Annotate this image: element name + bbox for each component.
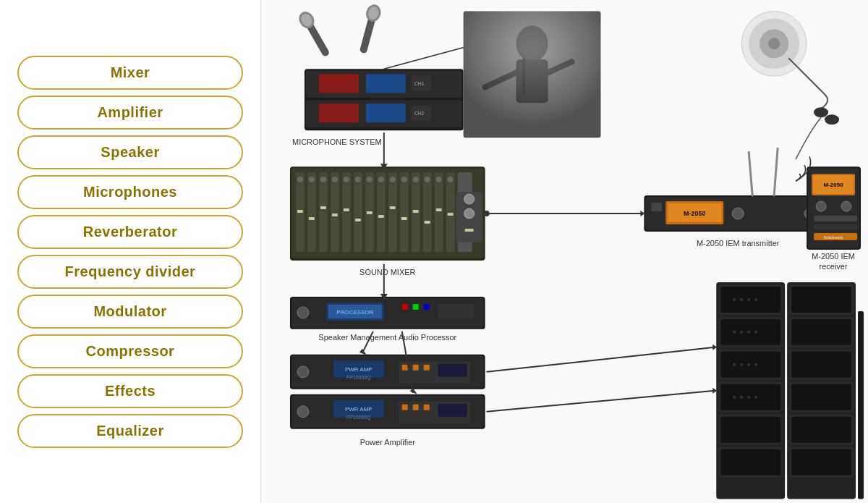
- sidebar-btn-frequency-divider[interactable]: Frequency divider: [17, 255, 243, 289]
- svg-rect-174: [791, 417, 851, 443]
- svg-point-148: [740, 298, 743, 301]
- svg-rect-133: [438, 404, 467, 417]
- sidebar-btn-mixer[interactable]: Mixer: [17, 56, 243, 90]
- svg-rect-42: [388, 172, 397, 252]
- speaker-mgmt-label: Speaker Management Audio Processor: [318, 333, 456, 342]
- svg-rect-110: [424, 304, 430, 310]
- svg-rect-5: [366, 74, 406, 93]
- svg-point-117: [297, 366, 309, 378]
- svg-point-160: [740, 396, 743, 399]
- svg-point-151: [733, 331, 736, 334]
- svg-point-51: [320, 177, 326, 182]
- svg-point-149: [747, 298, 750, 301]
- svg-rect-76: [448, 213, 454, 216]
- sound-mixer-label: SOUND MIXER: [359, 268, 415, 276]
- svg-rect-130: [402, 405, 408, 410]
- svg-rect-141: [720, 287, 780, 313]
- svg-point-156: [740, 363, 743, 366]
- svg-rect-45: [423, 172, 432, 252]
- svg-point-152: [740, 331, 743, 334]
- svg-rect-47: [446, 172, 455, 252]
- svg-text:PWR AMP: PWR AMP: [345, 366, 373, 373]
- sidebar-btn-amplifier[interactable]: Amplifier: [17, 96, 243, 130]
- svg-point-79: [464, 208, 475, 219]
- svg-rect-67: [344, 208, 349, 211]
- svg-rect-171: [791, 319, 851, 345]
- svg-point-107: [297, 307, 309, 318]
- svg-rect-37: [331, 172, 339, 252]
- sidebar-btn-microphones[interactable]: Microphones: [17, 175, 243, 209]
- svg-point-60: [425, 177, 430, 182]
- svg-rect-63: [297, 210, 303, 213]
- svg-rect-64: [309, 217, 315, 220]
- sidebar-btn-effects[interactable]: Effects: [17, 374, 243, 408]
- main-diagram: CH1 CH2 MICROPHONE SYSTEM: [260, 0, 868, 503]
- svg-point-153: [747, 331, 750, 334]
- sidebar: MixerAmplifierSpeakerMicrophonesReverber…: [0, 0, 260, 503]
- svg-rect-145: [720, 417, 780, 443]
- svg-rect-122: [438, 364, 467, 377]
- sidebar-btn-equalizer[interactable]: Equalizer: [17, 414, 243, 448]
- svg-rect-72: [401, 217, 407, 220]
- svg-rect-39: [354, 172, 362, 252]
- svg-rect-132: [424, 405, 430, 410]
- svg-point-96: [816, 201, 826, 211]
- svg-point-162: [754, 396, 757, 399]
- svg-text:M-2050: M-2050: [824, 182, 844, 188]
- svg-rect-146: [720, 449, 780, 475]
- svg-point-55: [367, 177, 373, 182]
- svg-rect-144: [720, 384, 780, 410]
- svg-rect-170: [791, 287, 851, 313]
- svg-rect-120: [413, 365, 419, 371]
- svg-rect-173: [791, 384, 851, 410]
- svg-point-97: [841, 201, 851, 211]
- svg-rect-43: [400, 172, 409, 252]
- svg-point-52: [332, 177, 338, 182]
- svg-point-159: [733, 396, 736, 399]
- svg-rect-98: [814, 216, 857, 221]
- svg-rect-99: [814, 224, 857, 230]
- iem-receiver-label: M-2050 IEM: [812, 252, 855, 261]
- svg-rect-109: [413, 304, 419, 310]
- sidebar-btn-speaker[interactable]: Speaker: [17, 135, 243, 169]
- svg-rect-9: [366, 103, 406, 122]
- svg-point-53: [344, 177, 349, 182]
- sidebar-btn-reverberator[interactable]: Reverberator: [17, 215, 243, 249]
- svg-rect-80: [465, 229, 474, 232]
- svg-point-49: [297, 177, 303, 182]
- svg-rect-71: [390, 206, 396, 209]
- power-amp-label: Power Amplifier: [360, 438, 416, 447]
- svg-rect-175: [791, 449, 851, 475]
- sidebar-btn-compressor[interactable]: Compressor: [17, 334, 243, 368]
- svg-text:FP10000Q: FP10000Q: [346, 415, 371, 420]
- svg-rect-69: [367, 211, 373, 214]
- svg-rect-38: [342, 172, 351, 252]
- svg-rect-131: [413, 405, 419, 410]
- svg-rect-108: [402, 304, 408, 310]
- svg-text:PWR AMP: PWR AMP: [345, 406, 373, 413]
- sidebar-btn-modulator[interactable]: Modulator: [17, 295, 243, 329]
- svg-point-154: [754, 331, 757, 334]
- svg-point-56: [378, 177, 384, 182]
- svg-rect-142: [720, 319, 780, 345]
- svg-rect-75: [436, 208, 442, 211]
- svg-point-59: [413, 177, 419, 182]
- svg-point-62: [448, 177, 454, 182]
- svg-text:M-2050: M-2050: [684, 210, 705, 217]
- iem-transmitter-label: M-2050 IEM transmitter: [697, 239, 780, 248]
- svg-rect-35: [307, 172, 316, 252]
- svg-point-58: [401, 177, 407, 182]
- svg-rect-119: [402, 365, 408, 371]
- svg-point-157: [747, 363, 750, 366]
- svg-rect-66: [332, 214, 338, 216]
- svg-rect-70: [378, 215, 384, 218]
- svg-point-191: [484, 211, 490, 216]
- svg-point-57: [390, 177, 396, 182]
- microphone-system-label: MICROPHONE SYSTEM: [292, 138, 382, 146]
- svg-rect-172: [791, 352, 851, 378]
- svg-point-147: [733, 298, 736, 301]
- svg-rect-121: [424, 365, 430, 371]
- svg-text:CH2: CH2: [414, 111, 425, 116]
- svg-point-88: [732, 208, 744, 219]
- svg-point-150: [754, 298, 757, 301]
